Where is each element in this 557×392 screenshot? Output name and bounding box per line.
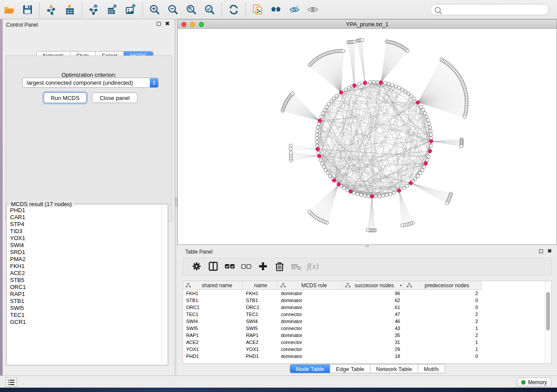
cell-successor-nodes[interactable]: 18 xyxy=(343,353,404,360)
table-row[interactable]: YOX1YOX1connector291 xyxy=(183,346,482,353)
cell-shared-name[interactable]: SWI4 xyxy=(183,318,243,325)
memory-button[interactable]: Memory xyxy=(517,378,551,387)
zoom-out-button[interactable] xyxy=(164,1,182,18)
save-session-button[interactable] xyxy=(18,1,37,18)
mcds-result-item[interactable]: ORC1 xyxy=(7,284,162,291)
cell-shared-name[interactable]: ORC1 xyxy=(183,304,243,311)
column-header-shared-name[interactable]: shared name xyxy=(183,281,243,289)
float-table-panel-icon[interactable] xyxy=(539,249,543,253)
sort-chevron-icon[interactable]: ▾ xyxy=(400,283,404,288)
mcds-result-item[interactable]: SWI4 xyxy=(7,242,162,249)
cell-shared-name[interactable]: RAP1 xyxy=(183,332,243,339)
cell-successor-nodes[interactable]: 43 xyxy=(343,325,404,332)
column-header-MCDS-role[interactable]: MCDS role xyxy=(278,281,343,289)
cell-predecessor-nodes[interactable]: 2 xyxy=(404,290,482,297)
table-scrollbar-thumb[interactable] xyxy=(546,292,550,330)
table-settings-button[interactable] xyxy=(188,259,205,274)
run-mcds-button[interactable]: Run MCDS xyxy=(44,93,86,103)
export-table-button[interactable] xyxy=(103,1,121,18)
mcds-result-item[interactable]: RAP1 xyxy=(7,291,162,298)
mcds-result-item[interactable]: FKH1 xyxy=(7,263,162,270)
mcds-result-item[interactable]: STP4 xyxy=(7,221,162,228)
cell-MCDS-role[interactable]: dominator xyxy=(278,304,343,311)
open-file-button[interactable] xyxy=(0,1,18,18)
mcds-result-item[interactable]: SRD1 xyxy=(7,249,162,256)
cell-shared-name[interactable]: TEC1 xyxy=(183,311,243,318)
cell-name[interactable]: SWI5 xyxy=(243,325,278,332)
cell-name[interactable]: SWI4 xyxy=(243,318,278,325)
mcds-result-item[interactable]: STB5 xyxy=(7,277,162,284)
import-network-button[interactable] xyxy=(42,1,61,18)
mcds-result-item[interactable]: TEC1 xyxy=(7,312,162,319)
mcds-result-item[interactable]: GCR1 xyxy=(7,319,162,326)
table-row[interactable]: SWI5SWI5connector431 xyxy=(183,325,482,332)
cell-MCDS-role[interactable]: dominator xyxy=(278,318,343,325)
table-row[interactable]: FKH1FKH1dominator962 xyxy=(183,290,482,297)
mcds-result-scrollbar[interactable] xyxy=(161,205,167,363)
cell-predecessor-nodes[interactable]: 0 xyxy=(404,297,482,304)
network-window-titlebar[interactable]: YPA_prune.txt_1 xyxy=(178,20,557,29)
cell-successor-nodes[interactable]: 62 xyxy=(343,297,404,304)
cell-name[interactable]: TEC1 xyxy=(243,311,278,318)
import-table-button[interactable] xyxy=(61,1,79,18)
column-header-name[interactable]: name xyxy=(243,281,278,289)
cell-MCDS-role[interactable]: dominator xyxy=(278,290,343,297)
table-row[interactable]: ORC1ORC1dominator610 xyxy=(183,304,482,311)
mcds-result-item[interactable]: PMA2 xyxy=(7,256,162,263)
cell-name[interactable]: RAP1 xyxy=(243,332,278,339)
cell-predecessor-nodes[interactable]: 0 xyxy=(404,304,482,311)
apply-layout-button[interactable] xyxy=(225,1,243,18)
task-history-button[interactable] xyxy=(5,378,17,387)
close-table-panel-icon[interactable]: ✖ xyxy=(547,249,552,253)
column-pane-button[interactable] xyxy=(205,259,221,274)
table-row[interactable]: PHD1PHD1dominator180 xyxy=(183,353,482,360)
cell-successor-nodes[interactable]: 96 xyxy=(343,290,404,297)
mcds-result-item[interactable]: STB1 xyxy=(7,298,162,305)
cell-successor-nodes[interactable]: 31 xyxy=(343,339,404,346)
cell-MCDS-role[interactable]: dominator xyxy=(278,297,343,304)
mcds-result-list[interactable]: PHD1CAR1STP4TID3YOX1SWI4SRD1PMA2FKH1ACE2… xyxy=(7,207,162,363)
cell-shared-name[interactable]: YOX1 xyxy=(183,346,243,353)
zoom-fit-button[interactable] xyxy=(182,1,201,18)
mcds-result-item[interactable]: CAR1 xyxy=(7,214,162,221)
mcds-result-item[interactable]: TID3 xyxy=(7,228,162,235)
cell-MCDS-role[interactable]: connector xyxy=(278,311,343,318)
cell-predecessor-nodes[interactable]: 1 xyxy=(404,346,482,353)
cell-name[interactable]: ORC1 xyxy=(243,304,278,311)
cell-successor-nodes[interactable]: 29 xyxy=(343,346,404,353)
mcds-result-item[interactable]: YOX1 xyxy=(7,235,162,242)
close-panel-button[interactable]: Close panel xyxy=(92,93,138,103)
cell-predecessor-nodes[interactable]: 2 xyxy=(404,311,482,318)
mcds-result-item[interactable]: ACE2 xyxy=(7,270,162,277)
zoom-in-button[interactable] xyxy=(145,1,164,18)
cell-shared-name[interactable]: ACE2 xyxy=(183,339,243,346)
tab-node-table[interactable]: Node Table xyxy=(290,364,330,373)
cell-MCDS-role[interactable]: connector xyxy=(278,346,343,353)
cell-successor-nodes[interactable]: 61 xyxy=(343,304,404,311)
tab-network-table[interactable]: Network Table xyxy=(370,364,418,373)
cell-predecessor-nodes[interactable]: 0 xyxy=(404,353,482,360)
cell-name[interactable]: FKH1 xyxy=(243,290,278,297)
cell-name[interactable]: ACE2 xyxy=(243,339,278,346)
cell-MCDS-role[interactable]: dominator xyxy=(278,332,343,339)
cell-predecessor-nodes[interactable]: 1 xyxy=(404,339,482,346)
cell-shared-name[interactable]: STB1 xyxy=(183,297,243,304)
column-header-predecessor-nodes[interactable]: predecessor nodes xyxy=(404,281,482,289)
cell-shared-name[interactable]: FKH1 xyxy=(183,290,243,297)
close-panel-icon[interactable]: ✖ xyxy=(165,21,170,26)
add-column-button[interactable] xyxy=(255,259,271,274)
cell-successor-nodes[interactable]: 46 xyxy=(343,318,404,325)
new-network-from-selection-button[interactable] xyxy=(249,1,267,18)
show-all-button[interactable] xyxy=(304,1,322,18)
cell-MCDS-role[interactable]: connector xyxy=(278,339,343,346)
zoom-selected-button[interactable] xyxy=(201,1,219,18)
network-graph-canvas[interactable] xyxy=(178,29,557,244)
table-row[interactable]: RAP1RAP1dominator352 xyxy=(183,332,482,339)
tab-edge-table[interactable]: Edge Table xyxy=(330,364,370,373)
cell-predecessor-nodes[interactable]: 1 xyxy=(404,325,482,332)
deselect-all-checks-button[interactable] xyxy=(238,259,255,274)
cell-MCDS-role[interactable]: connector xyxy=(278,325,343,332)
cell-name[interactable]: PHD1 xyxy=(243,353,278,360)
function-builder-button[interactable]: f(x) xyxy=(304,259,321,274)
table-row[interactable]: STB1STB1dominator620 xyxy=(183,297,482,304)
